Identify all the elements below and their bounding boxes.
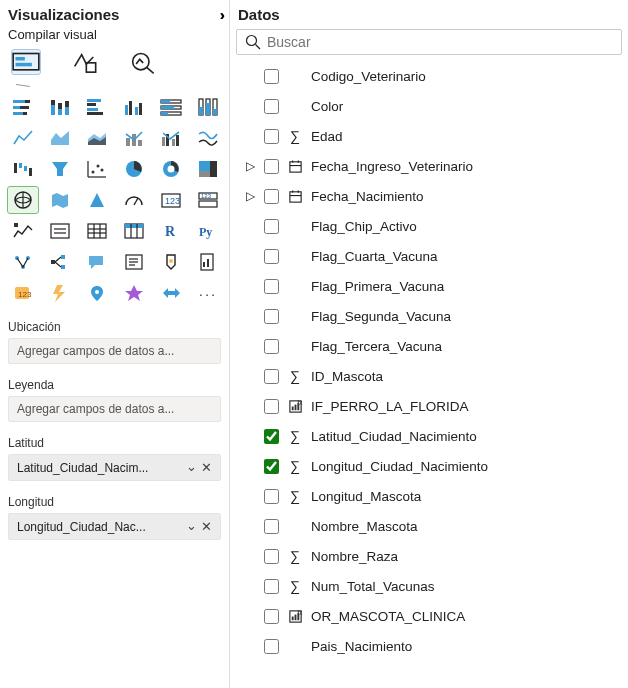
viz-table[interactable] <box>82 218 112 244</box>
viz-filled-map[interactable] <box>45 187 75 213</box>
field-checkbox[interactable] <box>264 369 279 384</box>
viz-scatter[interactable] <box>82 156 112 182</box>
field-checkbox[interactable] <box>264 429 279 444</box>
well-leyenda[interactable]: Agregar campos de datos a... <box>8 396 221 422</box>
field-checkbox[interactable] <box>264 549 279 564</box>
field-row[interactable]: ▷Fecha_Nacimiento <box>230 181 624 211</box>
field-checkbox[interactable] <box>264 339 279 354</box>
viz-100-stacked-column[interactable] <box>193 94 223 120</box>
field-row[interactable]: ▷Pais_Nacimiento <box>230 631 624 661</box>
well-ubicacion[interactable]: Agregar campos de datos a... <box>8 338 221 364</box>
field-checkbox[interactable] <box>264 489 279 504</box>
tab-format-visual[interactable] <box>70 50 98 74</box>
viz-100-stacked-bar[interactable] <box>156 94 186 120</box>
field-row[interactable]: ▷Flag_Segunda_Vacuna <box>230 301 624 331</box>
viz-kpi[interactable] <box>8 218 38 244</box>
field-checkbox[interactable] <box>264 249 279 264</box>
viz-multi-card[interactable]: 123 <box>193 187 223 213</box>
field-row[interactable]: ▷Flag_Chip_Activo <box>230 211 624 241</box>
field-row[interactable]: ▷Flag_Primera_Vacuna <box>230 271 624 301</box>
field-row[interactable]: ▷∑Nombre_Raza <box>230 541 624 571</box>
viz-stacked-area[interactable] <box>82 125 112 151</box>
field-row[interactable]: ▷∑Num_Total_Vacunas <box>230 571 624 601</box>
svg-rect-27 <box>161 100 170 103</box>
field-checkbox[interactable] <box>264 189 279 204</box>
field-checkbox[interactable] <box>264 69 279 84</box>
viz-r-script[interactable]: R <box>156 218 186 244</box>
viz-key-influencers[interactable] <box>8 249 38 275</box>
remove-field-icon[interactable]: ✕ <box>201 460 212 475</box>
viz-arcgis[interactable] <box>82 280 112 306</box>
field-checkbox[interactable] <box>264 579 279 594</box>
field-row[interactable]: ▷∑Edad <box>230 121 624 151</box>
field-row[interactable]: ▷∑Longitud_Ciudad_Nacimiento <box>230 451 624 481</box>
field-row[interactable]: ▷Flag_Cuarta_Vacuna <box>230 241 624 271</box>
viz-pie[interactable] <box>119 156 149 182</box>
viz-donut[interactable] <box>156 156 186 182</box>
viz-goals[interactable] <box>156 249 186 275</box>
viz-clustered-bar[interactable] <box>82 94 112 120</box>
search-box[interactable] <box>236 29 622 55</box>
viz-custom-1[interactable] <box>119 280 149 306</box>
field-row[interactable]: ▷fxIF_PERRO_LA_FLORIDA <box>230 391 624 421</box>
field-checkbox[interactable] <box>264 279 279 294</box>
viz-azure-map[interactable] <box>82 187 112 213</box>
viz-line-clustered-column[interactable] <box>156 125 186 151</box>
viz-area[interactable] <box>45 125 75 151</box>
tab-build-visual[interactable] <box>12 50 40 74</box>
viz-power-automate[interactable] <box>45 280 75 306</box>
field-checkbox[interactable] <box>264 399 279 414</box>
field-checkbox[interactable] <box>264 159 279 174</box>
viz-stacked-column[interactable] <box>45 94 75 120</box>
viz-qa[interactable] <box>82 249 112 275</box>
field-checkbox[interactable] <box>264 129 279 144</box>
viz-ribbon[interactable] <box>193 125 223 151</box>
field-row[interactable]: ▷Nombre_Mascota <box>230 511 624 541</box>
viz-matrix[interactable] <box>119 218 149 244</box>
viz-smart-narrative[interactable] <box>119 249 149 275</box>
viz-waterfall[interactable] <box>8 156 38 182</box>
viz-more[interactable]: ··· <box>193 280 223 306</box>
field-checkbox[interactable] <box>264 99 279 114</box>
svg-rect-6 <box>13 100 25 103</box>
viz-line[interactable] <box>8 125 38 151</box>
viz-gauge[interactable] <box>119 187 149 213</box>
field-row[interactable]: ▷∑Longitud_Mascota <box>230 481 624 511</box>
viz-decomposition-tree[interactable] <box>45 249 75 275</box>
chevron-down-icon[interactable]: ⌄ <box>186 459 197 474</box>
viz-paginated[interactable] <box>193 249 223 275</box>
viz-stacked-bar[interactable] <box>8 94 38 120</box>
viz-funnel[interactable] <box>45 156 75 182</box>
field-checkbox[interactable] <box>264 639 279 654</box>
expand-caret-icon[interactable]: ▷ <box>244 189 256 203</box>
viz-treemap[interactable] <box>193 156 223 182</box>
viz-custom-2[interactable] <box>156 280 186 306</box>
field-row[interactable]: ▷Color <box>230 91 624 121</box>
viz-slicer[interactable] <box>45 218 75 244</box>
viz-card[interactable]: 123 <box>156 187 186 213</box>
viz-py-script[interactable]: Py <box>193 218 223 244</box>
tab-analytics[interactable] <box>128 50 156 74</box>
field-checkbox[interactable] <box>264 519 279 534</box>
field-checkbox[interactable] <box>264 309 279 324</box>
search-input[interactable] <box>267 34 613 50</box>
field-checkbox[interactable] <box>264 609 279 624</box>
field-row[interactable]: ▷Flag_Tercera_Vacuna <box>230 331 624 361</box>
viz-map[interactable] <box>8 187 38 213</box>
field-row[interactable]: ▷∑Latitud_Ciudad_Nacimiento <box>230 421 624 451</box>
field-row[interactable]: ▷∑ID_Mascota <box>230 361 624 391</box>
viz-clustered-column[interactable] <box>119 94 149 120</box>
field-checkbox[interactable] <box>264 219 279 234</box>
field-row[interactable]: ▷fxOR_MASCOTA_CLINICA <box>230 601 624 631</box>
well-longitud[interactable]: Longitud_Ciudad_Nac... ⌄ ✕ <box>8 513 221 540</box>
viz-power-apps[interactable]: 123 <box>8 280 38 306</box>
expand-caret-icon[interactable]: ▷ <box>244 159 256 173</box>
field-checkbox[interactable] <box>264 459 279 474</box>
chevron-down-icon[interactable]: ⌄ <box>186 518 197 533</box>
collapse-panel-icon[interactable]: ›› <box>220 7 221 23</box>
remove-field-icon[interactable]: ✕ <box>201 519 212 534</box>
field-row[interactable]: ▷Fecha_Ingreso_Veterinario <box>230 151 624 181</box>
well-latitud[interactable]: Latitud_Ciudad_Nacim... ⌄ ✕ <box>8 454 221 481</box>
field-row[interactable]: ▷Codigo_Veterinario <box>230 61 624 91</box>
viz-line-stacked-column[interactable] <box>119 125 149 151</box>
